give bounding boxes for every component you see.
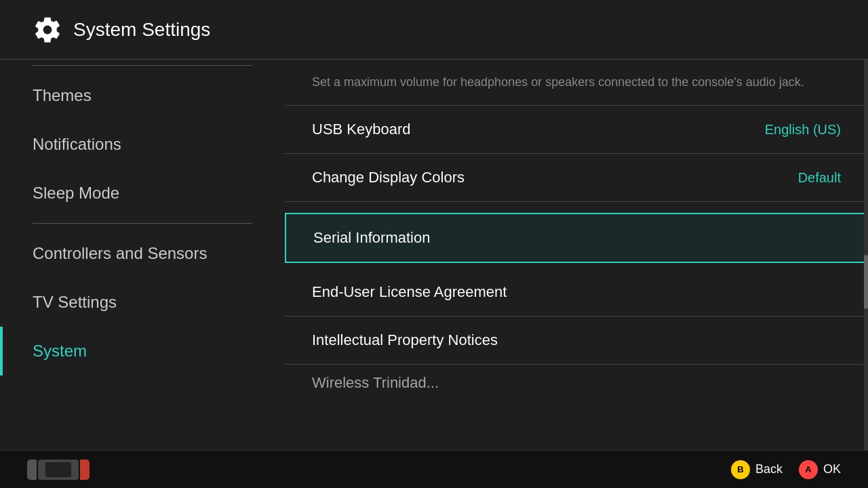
sidebar-item-tv-settings[interactable]: TV Settings [0,278,285,327]
page-title: System Settings [73,19,210,41]
sidebar-item-sleep-mode[interactable]: Sleep Mode [0,169,285,218]
sidebar-divider-top [33,65,252,66]
gear-icon [33,15,62,45]
sidebar-divider-mid [33,223,252,224]
sidebar-item-themes[interactable]: Themes [0,71,285,120]
b-button-icon: B [731,460,750,479]
content-panel: Set a maximum volume for headphones or s… [285,60,868,450]
sidebar: Themes Notifications Sleep Mode Controll… [0,60,285,450]
content-item-eula[interactable]: End-User License Agreement [285,268,868,317]
footer: B Back A OK [0,450,868,488]
back-button[interactable]: B Back [731,460,783,479]
ok-label: OK [823,462,841,476]
scrollbar-thumb[interactable] [864,255,868,309]
display-colors-value: Default [798,170,841,186]
content-description: Set a maximum volume for headphones or s… [285,60,868,106]
sidebar-item-controllers-sensors[interactable]: Controllers and Sensors [0,229,285,278]
left-joycon [27,460,37,480]
usb-keyboard-label: USB Keyboard [312,121,411,138]
ok-button[interactable]: A OK [799,460,841,479]
switch-screen-body [38,460,79,480]
header: System Settings [0,0,868,60]
sidebar-item-notifications[interactable]: Notifications [0,120,285,169]
switch-screen [45,462,71,477]
content-item-usb-keyboard[interactable]: USB Keyboard English (US) [285,106,868,154]
switch-icon [27,460,90,480]
content-item-ip-notices[interactable]: Intellectual Property Notices [285,317,868,365]
footer-right: B Back A OK [731,460,841,479]
a-button-icon: A [799,460,818,479]
back-label: Back [755,462,783,476]
footer-left [27,460,90,480]
serial-information-label: Serial Information [313,229,430,247]
usb-keyboard-value: English (US) [765,122,841,138]
spacer [285,202,868,207]
right-joycon [80,460,90,480]
display-colors-label: Change Display Colors [312,169,465,186]
content-item-display-colors[interactable]: Change Display Colors Default [285,154,868,202]
main-layout: Themes Notifications Sleep Mode Controll… [0,60,868,450]
content-item-wireless[interactable]: Wireless Trinidad... [285,365,868,401]
scrollbar[interactable] [864,60,868,450]
sidebar-item-system[interactable]: System [0,327,285,375]
content-item-serial-information[interactable]: Serial Information [285,213,868,263]
